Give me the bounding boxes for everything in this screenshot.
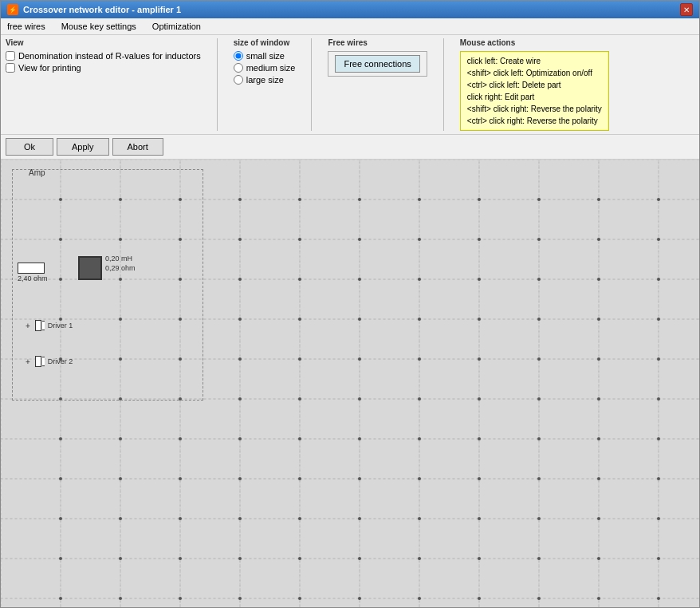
denomination-label: Denomination instead of R-values for ind…	[18, 51, 201, 61]
apply-button[interactable]: Apply	[57, 138, 109, 156]
resistor-label: 2,40 ohm	[18, 274, 48, 282]
close-button[interactable]: ✕	[680, 3, 693, 16]
mouse-action-2: <shift> click left: Optimization on/off	[467, 67, 602, 79]
driver1-cap-plate1	[35, 320, 41, 331]
main-window: ⚡ Crossover network editor - amplifier 1…	[0, 0, 700, 608]
mouse-action-6: <ctrl> click right: Reverse the polarity	[467, 115, 602, 127]
driver1-plus: +	[26, 322, 30, 330]
driver2-plus: +	[26, 357, 30, 366]
medium-size-row: medium size	[234, 63, 296, 73]
free-wires-box: Free connections	[328, 51, 427, 77]
resistor-symbol	[18, 263, 45, 274]
app-icon: ⚡	[7, 4, 18, 15]
driver1-cap-gap	[42, 321, 45, 330]
driver1-label: Driver 1	[48, 322, 73, 330]
denomination-row: Denomination instead of R-values for ind…	[6, 51, 201, 61]
large-size-label: large size	[246, 75, 284, 85]
small-size-radio[interactable]	[234, 51, 243, 61]
resistor: 2,40 ohm	[18, 263, 48, 282]
driver1-cap-symbol	[35, 320, 45, 331]
menu-free-wires[interactable]: free wires	[4, 20, 49, 33]
large-size-row: large size	[234, 75, 296, 85]
toolbar: View Denomination instead of R-values fo…	[1, 35, 699, 135]
free-connections-button[interactable]: Free connections	[335, 55, 419, 73]
driver2: + Driver 2	[26, 356, 73, 367]
menu-bar: free wires Mouse key settings Optimizati…	[1, 18, 699, 35]
free-wires-section: Free wires Free connections	[328, 38, 427, 131]
driver2-label: Driver 2	[48, 357, 73, 365]
mouse-action-3: <ctrl> click left: Delete part	[467, 79, 602, 91]
driver2-cap-gap	[42, 357, 45, 366]
mouse-action-5: <shift> click right: Reverse the polarit…	[467, 103, 602, 115]
inductor-label: 0,20 mH 0,29 ohm	[105, 255, 136, 273]
divider-3	[443, 38, 444, 131]
mouse-actions-label: Mouse actions	[460, 38, 609, 47]
mouse-action-1: click left: Create wire	[467, 55, 602, 67]
view-section-label: View	[6, 38, 201, 47]
view-printing-row: View for printing	[6, 63, 201, 73]
driver2-cap-symbol	[35, 356, 45, 367]
driver2-cap-plate1	[35, 356, 41, 367]
small-size-row: small size	[234, 51, 296, 61]
mouse-action-4: click right: Edit part	[467, 91, 602, 103]
denomination-checkbox[interactable]	[6, 51, 15, 61]
canvas-area: Amp 2,40 ohm 0,20 mH 0,29 ohm + Driver	[1, 160, 699, 607]
title-bar-left: ⚡ Crossover network editor - amplifier 1	[7, 4, 181, 15]
amp-label: Amp	[29, 168, 45, 177]
view-printing-label: View for printing	[18, 63, 81, 73]
title-bar: ⚡ Crossover network editor - amplifier 1…	[1, 1, 699, 18]
view-printing-checkbox[interactable]	[6, 63, 15, 73]
window-size-section: size of window small size medium size la…	[234, 38, 296, 131]
medium-size-radio[interactable]	[234, 63, 243, 73]
inductor-symbol	[78, 256, 102, 280]
menu-optimization[interactable]: Optimization	[149, 20, 204, 33]
inductor-label-line2: 0,29 ohm	[105, 264, 136, 274]
large-size-radio[interactable]	[234, 75, 243, 85]
window-size-label: size of window	[234, 38, 296, 47]
mouse-actions-section: Mouse actions click left: Create wire <s…	[460, 38, 609, 131]
view-section: View Denomination instead of R-values fo…	[6, 38, 201, 131]
divider-1	[217, 38, 218, 131]
divider-2	[311, 38, 312, 131]
inductor-label-line1: 0,20 mH	[105, 255, 136, 264]
window-title: Crossover network editor - amplifier 1	[23, 5, 181, 14]
ok-button[interactable]: Ok	[6, 138, 53, 156]
abort-button[interactable]: Abort	[112, 138, 163, 156]
mouse-actions-box: click left: Create wire <shift> click le…	[460, 51, 609, 131]
circuit-box: Amp 2,40 ohm 0,20 mH 0,29 ohm + Driver	[12, 169, 203, 401]
action-buttons-bar: Ok Apply Abort	[1, 135, 699, 160]
driver1: + Driver 1	[26, 320, 73, 331]
free-wires-label: Free wires	[328, 38, 427, 47]
menu-mouse-key-settings[interactable]: Mouse key settings	[58, 20, 140, 33]
medium-size-label: medium size	[246, 63, 296, 73]
small-size-label: small size	[246, 51, 285, 61]
